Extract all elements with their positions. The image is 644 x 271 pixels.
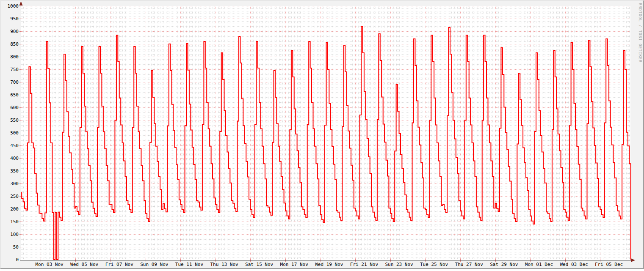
y-axis-label: 350 [10, 168, 19, 174]
x-axis-label: Fri 05 Dec [595, 262, 623, 267]
rrdtool-watermark: RRDTOOL / TOBI OETIKER [638, 3, 642, 63]
y-axis-label: 300 [10, 181, 19, 186]
y-axis-label: 0 [16, 257, 19, 263]
x-axis-label: Wed 19 Nov [315, 262, 343, 267]
y-axis-label: 700 [10, 79, 19, 85]
x-axis-label: Tue 25 Nov [420, 262, 448, 267]
x-axis-label: Fri 21 Nov [350, 262, 379, 267]
y-axis-label: 600 [10, 105, 19, 110]
y-axis-arrow [19, 1, 23, 5]
x-axis-label: Mon 03 Nov [35, 262, 64, 267]
y-axis-label: 850 [10, 41, 19, 47]
y-axis-label: 500 [10, 130, 19, 136]
x-axis-label: Sat 29 Nov [490, 262, 518, 267]
y-axis-label: 800 [10, 54, 19, 60]
x-axis-label: Thu 13 Nov [210, 262, 238, 267]
x-axis-label: Thu 27 Nov [455, 262, 484, 267]
x-axis-label: Wed 03 Dec [560, 262, 588, 267]
y-axis-label: 450 [10, 143, 19, 148]
x-axis-arrow [631, 259, 635, 262]
x-axis-label: Tue 11 Nov [175, 262, 204, 267]
x-axis-label: Fri 07 Nov [105, 262, 134, 267]
y-axis-label: 150 [10, 219, 19, 224]
y-axis-label: 750 [10, 67, 19, 72]
x-axis-label: Sun 09 Nov [140, 262, 169, 267]
x-axis-label: Sun 23 Nov [385, 262, 413, 267]
y-axis-label: 200 [10, 206, 19, 212]
y-axis-label: 100 [10, 232, 19, 237]
y-axis-label: 550 [10, 118, 19, 123]
y-axis-label: 650 [10, 92, 19, 98]
graph-plot-canvas: 0501001502002503003504004505005506006507… [0, 0, 644, 271]
x-axis-label: Mon 01 Dec [525, 262, 553, 267]
x-axis-label: Wed 05 Nov [70, 262, 99, 267]
y-axis-label: 50 [13, 244, 19, 250]
y-axis-label: 950 [10, 16, 19, 22]
y-axis-label: 1000 [8, 3, 19, 9]
rrdtool-graph: 0501001502002503003504004505005506006507… [0, 0, 644, 271]
x-axis-label: Sat 15 Nov [245, 262, 274, 267]
y-axis-label: 900 [10, 29, 19, 34]
y-axis-label: 250 [10, 194, 19, 199]
x-axis-label: Mon 17 Nov [280, 262, 309, 267]
y-axis-label: 400 [10, 156, 19, 161]
